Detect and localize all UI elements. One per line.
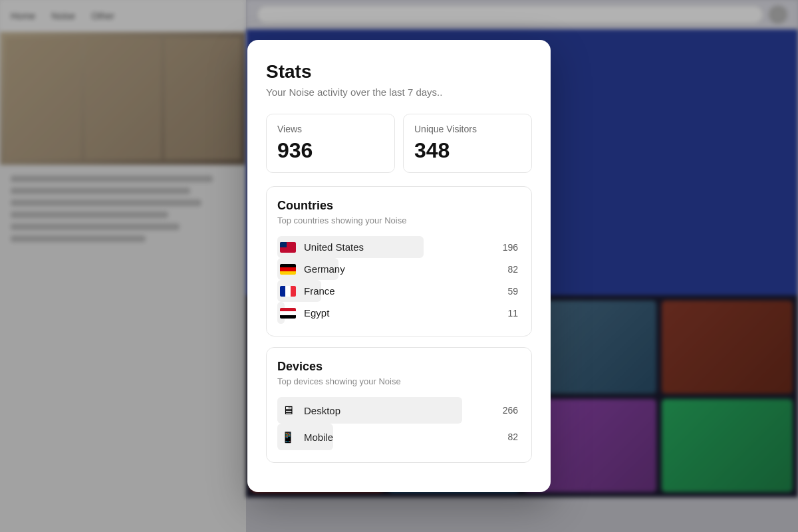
flag-us	[280, 242, 296, 253]
mobile-icon: 📱	[280, 429, 296, 445]
devices-title: Devices	[277, 360, 521, 374]
countries-subtitle: Top countries showing your Noise	[277, 215, 521, 225]
device-row-mobile: 📱 Mobile 82	[277, 424, 521, 450]
devices-subtitle: Top devices showing your Noise	[277, 376, 521, 386]
visitors-value: 348	[414, 138, 521, 163]
country-count-de: 82	[507, 264, 518, 275]
flag-de	[280, 264, 296, 275]
device-name-mobile: Mobile	[304, 432, 507, 443]
visitors-card: Unique Visitors 348	[403, 114, 532, 173]
device-count-desktop: 266	[503, 405, 518, 416]
country-name-fr: France	[304, 285, 507, 297]
device-count-mobile: 82	[507, 432, 518, 442]
country-count-eg: 11	[507, 308, 518, 319]
device-row-desktop: 🖥 Desktop 266	[277, 397, 521, 424]
device-name-desktop: Desktop	[304, 405, 503, 416]
country-name-de: Germany	[304, 263, 507, 275]
devices-section: Devices Top devices showing your Noise 🖥…	[266, 347, 532, 463]
modal-title: Stats	[266, 61, 532, 82]
views-label: Views	[277, 124, 384, 134]
stats-modal: Stats Your Noise activity over the last …	[247, 40, 551, 492]
views-card: Views 936	[266, 114, 395, 173]
views-value: 936	[277, 138, 384, 163]
country-row-eg: Egypt 11	[277, 302, 521, 324]
stats-cards-row: Views 936 Unique Visitors 348	[266, 114, 532, 173]
country-name-us: United States	[304, 241, 503, 253]
countries-section: Countries Top countries showing your Noi…	[266, 186, 532, 336]
flag-fr	[280, 286, 296, 297]
country-row-us: United States 196	[277, 236, 521, 258]
country-count-us: 196	[503, 242, 518, 253]
country-row-fr: France 59	[277, 280, 521, 302]
flag-eg	[280, 308, 296, 319]
countries-title: Countries	[277, 199, 521, 213]
country-row-de: Germany 82	[277, 258, 521, 280]
visitors-label: Unique Visitors	[414, 124, 521, 134]
modal-subtitle: Your Noise activity over the last 7 days…	[266, 86, 532, 98]
country-count-fr: 59	[507, 286, 518, 297]
country-name-eg: Egypt	[304, 307, 507, 319]
desktop-icon: 🖥	[280, 402, 296, 418]
